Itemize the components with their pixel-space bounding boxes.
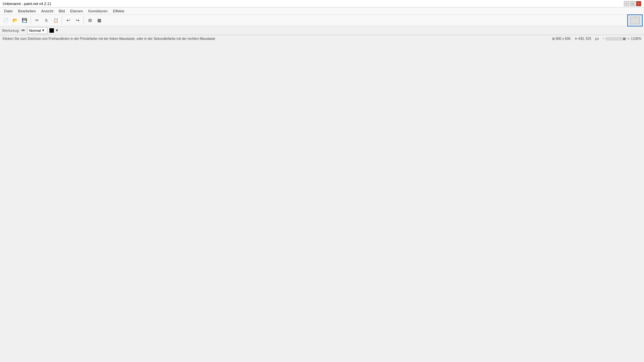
ruler-button[interactable]: ▦ [95,16,104,25]
cursor-pos-value: 430, 525 [578,37,591,41]
cursor-pos: ✛ 430, 525 [575,37,591,41]
menu-datei[interactable]: Datei [1,8,15,14]
zoom-control[interactable]: − + 1100% [603,37,641,41]
blend-mode-label: Normal [29,28,41,33]
main-toolbar: 📄 📂 💾 ✂ ⎘ 📋 ↩ ↪ ⊞ ▦ [0,15,644,26]
window-controls[interactable]: − □ × [624,1,641,6]
open-button[interactable]: 📂 [11,16,19,25]
menu-bearbeiten[interactable]: Bearbeiten [15,8,39,14]
window-title: Unbenannt - paint.net v4.2.11 [3,2,51,6]
unit-label: px [595,37,599,41]
toolbar-separator-2 [62,16,62,24]
redo-button[interactable]: ↪ [73,16,82,25]
new-button[interactable]: 📄 [1,16,10,25]
close-button[interactable]: × [636,1,641,6]
paste-button[interactable]: 📋 [51,16,60,25]
tool-options-bar: Werkzeug: ✏ Normal ▾ ▾ [0,26,644,35]
zoom-out-icon[interactable]: − [603,37,605,41]
size-icon: ⊞ [552,37,555,41]
menu-bild[interactable]: Bild [56,8,67,14]
title-bar: Unbenannt - paint.net v4.2.11 − □ × [0,0,644,7]
tool-color-swatch[interactable] [49,28,54,33]
image-size-value: 800 x 600 [556,37,571,41]
grid-button[interactable]: ⊞ [86,16,94,25]
toolbar-separator-1 [31,16,31,24]
menu-effekte[interactable]: Effekte [110,8,127,14]
copy-button[interactable]: ⎘ [42,16,51,25]
zoom-thumb[interactable] [623,38,625,40]
color-arrow: ▾ [56,28,58,33]
undo-button[interactable]: ↩ [64,16,72,25]
zoom-value: 1100% [631,37,641,41]
save-button[interactable]: 💾 [20,16,29,25]
menu-korrekturen[interactable]: Korrekturen [86,8,110,14]
cut-button[interactable]: ✂ [33,16,41,25]
zoom-track[interactable] [606,38,626,40]
blend-mode-arrow: ▾ [42,28,44,33]
cursor-icon: ✛ [575,37,577,41]
menu-bar: Datei Bearbeiten Ansicht Bild Ebenen Kor… [0,7,644,15]
werkzeug-label: Werkzeug: [2,28,19,33]
blend-mode-dropdown[interactable]: Normal ▾ [27,27,47,34]
maximize-button[interactable]: □ [630,1,635,6]
image-size: ⊞ 800 x 600 [552,37,571,41]
menu-ansicht[interactable]: Ansicht [39,8,56,14]
zoom-in-icon[interactable]: + [628,37,630,41]
statusbar-right: ⊞ 800 x 600 ✛ 430, 525 px − + 1100% [552,37,641,41]
status-hint: Klicken Sie zum Zeichnen von Freihandlin… [3,37,215,41]
status-bar: Klicken Sie zum Zeichnen von Freihandlin… [0,35,644,42]
toolbar-separator-3 [84,16,84,24]
menu-ebenen[interactable]: Ebenen [67,8,86,14]
minimize-button[interactable]: − [624,1,629,6]
pencil-icon: ✏ [21,28,25,33]
